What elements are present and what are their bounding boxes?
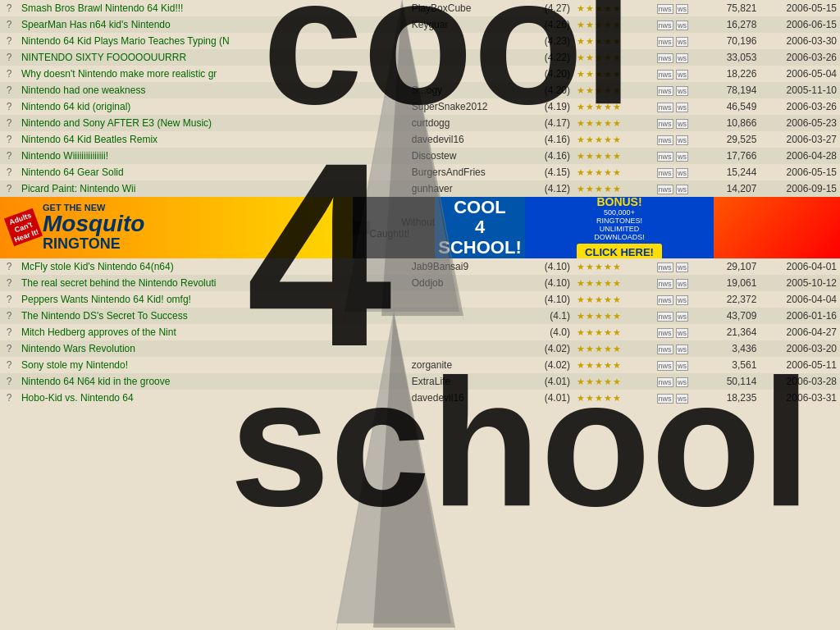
row-title[interactable]: Nintendo had one weakness (18, 82, 409, 98)
row-user: PlayBoxCube (409, 0, 518, 16)
row-tags: nws ws (654, 373, 701, 390)
row-views: 14,207 (700, 180, 760, 197)
row-title[interactable]: Nintendo Wars Revolution (18, 340, 409, 357)
row-rating: (4.01) (518, 390, 573, 406)
row-title[interactable]: Nintendo and Sony AFTER E3 (New Music) (18, 115, 409, 131)
row-user: gunhaver (409, 180, 518, 197)
row-question-mark[interactable]: ? (0, 164, 18, 180)
table-row: ?Smash Bros Brawl Nintendo 64 Kid!!!Play… (0, 0, 840, 16)
row-question-mark[interactable]: ? (0, 357, 18, 373)
row-question-mark[interactable]: ? (0, 82, 18, 98)
row-views: 17,766 (700, 148, 760, 164)
row-title[interactable]: Picard Paint: Nintendo Wii (18, 180, 409, 197)
ad-click-here-button[interactable]: CLICK HERE! (577, 244, 662, 259)
row-question-mark[interactable]: ? (0, 373, 18, 390)
row-question-mark[interactable]: ? (0, 180, 18, 197)
row-user: BurgersAndFries (409, 164, 518, 180)
row-user (409, 340, 518, 357)
row-question-mark[interactable]: ? (0, 16, 18, 33)
row-question-mark[interactable]: ? (0, 131, 18, 148)
row-question-mark[interactable]: ? (0, 148, 18, 164)
row-user (409, 308, 518, 324)
row-title[interactable]: Why doesn't Nintendo make more realistic… (18, 66, 409, 82)
row-question-mark[interactable]: ? (0, 0, 18, 16)
row-rating: (4.0) (518, 324, 573, 340)
ad-bonus-section[interactable]: BONUS! 500,000+RINGTONES!UNLIMITEDDOWNLO… (525, 197, 714, 258)
row-rating: (4.10) (518, 275, 573, 291)
row-title[interactable]: SpearMan Has n64 kid's Nintendo (18, 16, 409, 33)
row-views: 3,436 (700, 340, 760, 357)
row-user: Oddjob (409, 275, 518, 291)
row-views: 43,709 (700, 308, 760, 324)
row-stars: ★★★★★ (573, 164, 654, 180)
row-title[interactable]: The Nintendo DS's Secret To Success (18, 308, 409, 324)
row-views: 19,061 (700, 275, 760, 291)
row-question-mark[interactable]: ? (0, 66, 18, 82)
table-row: ?Picard Paint: Nintendo Wiigunhaver(4.12… (0, 180, 840, 197)
table-row: ?Why doesn't Nintendo make more realisti… (0, 66, 840, 82)
row-tags: nws ws (654, 115, 701, 131)
row-views: 15,244 (700, 164, 760, 180)
row-title[interactable]: Smash Bros Brawl Nintendo 64 Kid!!! (18, 0, 409, 16)
row-date: 2005-10-12 (760, 275, 840, 291)
row-question-mark[interactable]: ? (0, 324, 18, 340)
row-question-mark[interactable]: ? (0, 340, 18, 357)
row-views: 3,561 (700, 357, 760, 373)
row-question-mark[interactable]: ? (0, 33, 18, 49)
ad-banner[interactable]: AdultsCan'tHear It! GET THE NEW Mosquito… (0, 197, 840, 258)
row-title[interactable]: Nintendo 64 Kid Beatles Remix (18, 131, 409, 148)
row-title[interactable]: Peppers Wants Nintendo 64 Kid! omfg! (18, 291, 409, 308)
row-user (409, 33, 518, 49)
row-user (409, 66, 518, 82)
row-stars: ★★★★★ (573, 324, 654, 340)
row-views: 50,114 (700, 373, 760, 390)
row-user: Discostew (409, 148, 518, 164)
row-tags: nws ws (654, 258, 701, 275)
row-rating: (4.26) (518, 16, 573, 33)
row-title[interactable]: Hobo-Kid vs. Nintendo 64 (18, 390, 409, 406)
row-title[interactable]: The real secret behind the Nintendo Revo… (18, 275, 409, 291)
row-question-mark[interactable]: ? (0, 98, 18, 115)
row-question-mark[interactable]: ? (0, 275, 18, 291)
table-row: ?Nintendo 64 Kid Beatles Remixdavedevil1… (0, 131, 840, 148)
table-row: ?Nintendo 64 N64 kid in the grooveExtraL… (0, 373, 840, 390)
row-rating: (4.02) (518, 357, 573, 373)
row-question-mark[interactable]: ? (0, 49, 18, 66)
row-views: 75,821 (700, 0, 760, 16)
row-title[interactable]: Nintendo Wiiiiiiiiiiiiiii! (18, 148, 409, 164)
row-title[interactable]: Nintendo 64 Gear Solid (18, 164, 409, 180)
row-tags: nws ws (654, 275, 701, 291)
row-title[interactable]: Nintendo 64 N64 kid in the groove (18, 373, 409, 390)
ad-mosquito-label: Mosquito (43, 212, 144, 235)
table-row: ?Nintendo and Sony AFTER E3 (New Music)c… (0, 115, 840, 131)
row-user: SuperSnake2012 (409, 98, 518, 115)
row-tags: nws ws (654, 66, 701, 82)
row-rating: (4.01) (518, 373, 573, 390)
row-rating: (4.02) (518, 340, 573, 357)
row-title[interactable]: Nintendo 64 Kid Plays Mario Teaches Typi… (18, 33, 409, 49)
row-stars: ★★★★★ (573, 357, 654, 373)
row-question-mark[interactable]: ? (0, 291, 18, 308)
row-title[interactable]: NINTENDO SIXTY FOOOOOUURRR (18, 49, 409, 66)
table-row: ?Mitch Hedberg approves of the Nint(4.0)… (0, 324, 840, 340)
table-row: ?SpearMan Has n64 kid's NintendoKeyguar(… (0, 16, 840, 33)
row-title[interactable]: Nintendo 64 kid (original) (18, 98, 409, 115)
row-title[interactable]: McFly stole Kid's Nintendo 64(n64) (18, 258, 409, 275)
row-views: 29,525 (700, 131, 760, 148)
row-tags: nws ws (654, 340, 701, 357)
row-stars: ★★★★★ (573, 82, 654, 98)
row-title[interactable]: Sony stole my Nintendo! (18, 357, 409, 373)
row-question-mark[interactable]: ? (0, 390, 18, 406)
row-tags: nws ws (654, 16, 701, 33)
row-stars: ★★★★★ (573, 291, 654, 308)
row-rating: (4.16) (518, 148, 573, 164)
row-question-mark[interactable]: ? (0, 308, 18, 324)
row-stars: ★★★★★ (573, 49, 654, 66)
row-question-mark[interactable]: ? (0, 258, 18, 275)
row-question-mark[interactable]: ? (0, 115, 18, 131)
row-title[interactable]: Mitch Hedberg approves of the Nint (18, 324, 409, 340)
ad-cool4school-label[interactable]: COOL4SCHOOL! (435, 197, 525, 258)
row-tags: nws ws (654, 308, 701, 324)
row-stars: ★★★★★ (573, 373, 654, 390)
row-tags: nws ws (654, 49, 701, 66)
